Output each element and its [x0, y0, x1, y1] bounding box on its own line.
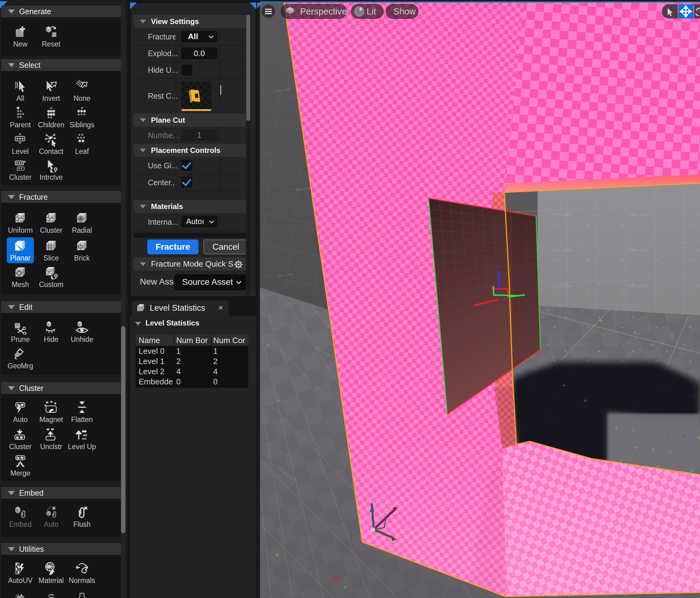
svg-text:10m x 10m: 10m x 10m [693, 382, 696, 399]
svg-text:Show: Show [394, 6, 416, 16]
svg-text:10m x 10m: 10m x 10m [551, 212, 571, 217]
svg-text:10m x 10m: 10m x 10m [696, 284, 700, 288]
svg-text:10m x 10m: 10m x 10m [628, 212, 648, 217]
svg-text:10m x 10m: 10m x 10m [696, 248, 700, 253]
svg-text:10m x 10m: 10m x 10m [696, 212, 700, 217]
svg-text:10m x 10m: 10m x 10m [551, 284, 571, 288]
svg-text:10m x 10m: 10m x 10m [628, 284, 648, 288]
svg-text:10m x 10m: 10m x 10m [628, 248, 648, 253]
svg-text:Lit: Lit [367, 6, 376, 16]
svg-text:10m x 10m: 10m x 10m [551, 248, 571, 253]
svg-text:Perspective: Perspective [300, 6, 347, 16]
